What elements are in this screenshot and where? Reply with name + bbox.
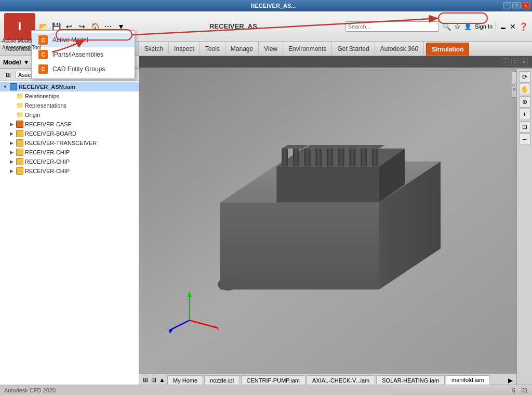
help-icon[interactable]: ❓ <box>519 22 528 31</box>
chip3-icon-box <box>16 167 23 175</box>
user-icon[interactable]: 👤 <box>464 23 472 30</box>
tab-sketch[interactable]: Sketch <box>139 42 169 56</box>
fit-button[interactable]: ⊡ <box>519 121 530 133</box>
viewport-maximize[interactable]: □ <box>511 58 518 65</box>
svg-marker-15 <box>361 149 367 167</box>
chip2-part-icon <box>16 157 24 166</box>
tree-label-root: RECEIVER_ASM.iam <box>19 84 75 90</box>
filter-icon[interactable]: ⊞ <box>3 70 14 80</box>
tree-label-case: RECEIVER-CASE <box>25 121 72 127</box>
expand-case[interactable]: ▶ <box>8 121 15 127</box>
minimize-button[interactable]: – <box>503 2 511 9</box>
tree-item-case[interactable]: ▶ RECEIVER-CASE <box>0 120 139 129</box>
viewport-header: – □ × <box>139 56 532 68</box>
expand-board[interactable]: ▶ <box>8 130 15 137</box>
tab-solar[interactable]: SOLAR-HEATING.iam <box>376 375 445 385</box>
tab-nav-list[interactable]: ⊟ <box>150 376 158 384</box>
tree-item-representations[interactable]: 📁 Representations <box>0 101 139 110</box>
tree-item-origin[interactable]: 📁 Origin <box>0 110 139 120</box>
expand-chip3[interactable]: ▶ <box>8 168 15 174</box>
zoom-in-button[interactable]: + <box>519 109 530 120</box>
tree-label-chip1: RECEIVER-CHIP <box>25 149 70 155</box>
tree-item-chip3[interactable]: ▶ RECEIVER-CHIP <box>0 166 139 176</box>
tab-nav-up[interactable]: ▲ <box>158 376 166 384</box>
heatsink-base-top <box>276 166 379 202</box>
autodesk-logo[interactable]: I <box>4 13 35 40</box>
file-title: RECEIVER_AS... <box>129 22 343 30</box>
status-col: 6 <box>512 387 515 393</box>
iparts-label: iParts/iAssemblies <box>52 51 103 58</box>
zoom-button[interactable]: ⊕ <box>519 96 530 108</box>
tab-nozzle[interactable]: nozzle.ipt <box>204 375 240 385</box>
tab-inspect[interactable]: Inspect <box>169 42 200 56</box>
tree-item-relationships[interactable]: 📁 Relationships <box>0 91 139 101</box>
active-model-label: Active Model <box>52 36 88 44</box>
maximize-button[interactable]: □ <box>512 2 521 9</box>
active-model-icon: C <box>38 35 48 45</box>
separator <box>496 21 496 32</box>
model-front-face <box>220 202 379 289</box>
representations-folder-icon: 📁 <box>16 101 24 110</box>
tab-simulation[interactable]: Simulation <box>426 43 469 56</box>
cfd-badge: Autodesk CFD 2020 <box>0 385 393 395</box>
tab-tools[interactable]: Tools <box>200 42 225 56</box>
bookmark-icon[interactable]: ☆ <box>454 22 461 31</box>
tab-nav-right[interactable]: ▶ <box>506 376 514 385</box>
model-3d-view[interactable] <box>139 69 516 366</box>
tree-label-origin: Origin <box>25 112 40 118</box>
origin-folder-icon: 📁 <box>16 111 24 119</box>
close-button[interactable]: × <box>522 2 530 9</box>
orbit-button[interactable]: ⟳ <box>519 71 530 83</box>
tree-item-chip1[interactable]: ▶ RECEIVER-CHIP <box>0 148 139 157</box>
tree-label-board: RECEIVER-BOARD <box>25 130 76 137</box>
sign-in-text[interactable]: Sign In <box>475 23 493 30</box>
svg-marker-17 <box>372 149 378 167</box>
tree-item-board[interactable]: ▶ RECEIVER-BOARD <box>0 129 139 138</box>
svg-marker-5 <box>304 149 311 167</box>
chip2-icon-box <box>16 158 23 165</box>
tab-nav-group: ⊞ ⊟ ▲ <box>141 375 166 385</box>
tree-item-root[interactable]: ▼ RECEIVER_ASM.iam <box>0 82 139 91</box>
dropdown-iparts[interactable]: C iParts/iAssemblies <box>32 47 135 62</box>
tab-home[interactable]: My Home <box>167 375 203 385</box>
expand-transceiver[interactable]: ▶ <box>8 140 15 146</box>
minimize-icon[interactable]: 🗕 <box>499 22 507 31</box>
search-icon[interactable]: 🔍 <box>442 22 451 31</box>
tab-autodesk360[interactable]: Autodesk 360 <box>375 42 424 56</box>
zoom-out-button[interactable]: – <box>519 134 530 145</box>
tab-axial[interactable]: AXIAL-CHECK-V...iam <box>307 375 375 385</box>
close-icon[interactable]: ✕ <box>510 22 516 31</box>
search-input[interactable] <box>345 21 439 32</box>
svg-marker-1 <box>282 149 288 167</box>
right-toolbar: ⟳ ✋ ⊕ + ⊡ – <box>516 69 532 385</box>
tab-manifold[interactable]: manifold.iam <box>446 375 489 385</box>
window-controls: – □ × <box>503 2 530 9</box>
expand-relationships <box>8 93 15 99</box>
tab-nav-prev[interactable]: ⊞ <box>141 376 150 384</box>
main-area: Model ▼ 📌 × ⊞ Assembly View ▼ 🔍 ⚙ ▼ <box>0 56 532 385</box>
viewport[interactable]: – □ × FRONT RIGHT ⟳ ✋ ⊕ + ⊡ – <box>139 56 532 385</box>
tab-manage[interactable]: Manage <box>225 42 259 56</box>
dropdown-cad-entity[interactable]: C CAD Entity Groups <box>32 62 135 76</box>
tree-item-chip2[interactable]: ▶ RECEIVER-CHIP <box>0 157 139 166</box>
tab-getstarted[interactable]: Get Started <box>332 42 375 56</box>
viewport-close[interactable]: × <box>521 58 528 65</box>
tab-centrif[interactable]: CENTRIF-PUMP.iam <box>241 375 305 385</box>
expand-chip1[interactable]: ▶ <box>8 149 15 155</box>
board-part-icon <box>16 129 24 138</box>
sidebar-dropdown-arrow[interactable]: ▼ <box>23 59 30 66</box>
dropdown-active-model[interactable]: C Active Model <box>32 33 135 47</box>
expand-chip2[interactable]: ▶ <box>8 159 15 165</box>
tree-label-representations: Representations <box>25 102 66 109</box>
sidebar-title-area: Model ▼ <box>3 59 30 66</box>
expand-root[interactable]: ▼ <box>2 84 8 90</box>
bottom-tabs-bar: ⊞ ⊟ ▲ My Home nozzle.ipt CENTRIF-PUMP.ia… <box>139 373 516 385</box>
tree-item-transceiver[interactable]: ▶ RECEIVER-TRANSCEIVER <box>0 138 139 148</box>
viewport-minimize[interactable]: – <box>502 58 509 65</box>
cad-entity-icon: C <box>38 64 48 74</box>
tab-environments[interactable]: Environments <box>283 42 332 56</box>
tab-view[interactable]: View <box>259 42 283 56</box>
tree-label-relationships: Relationships <box>25 93 59 99</box>
pan-button[interactable]: ✋ <box>519 84 530 95</box>
chip1-icon-box <box>16 149 23 156</box>
